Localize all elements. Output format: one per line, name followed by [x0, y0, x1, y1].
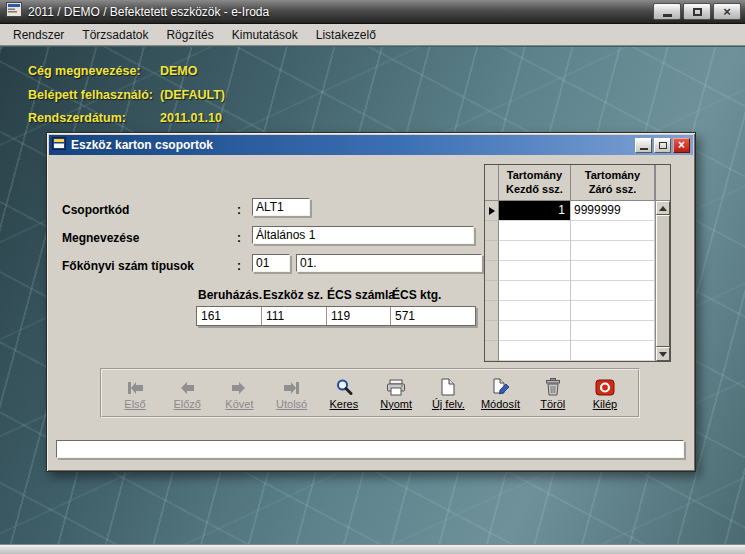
acct-value-ecs-szamla[interactable]: 119: [327, 307, 391, 325]
status-field-wrap: [56, 440, 684, 458]
range-grid: Tartomány Kezdő ssz. Tartomány Záró ssz.…: [484, 164, 671, 362]
menu-kimutatasok[interactable]: Kimutatások: [223, 25, 307, 45]
scrollbar-thumb[interactable]: [656, 215, 670, 347]
table-row-empty[interactable]: [485, 261, 655, 281]
zaro-cell[interactable]: 9999999: [571, 201, 655, 221]
dialog-icon: [52, 136, 66, 154]
user-row: Belépett felhasználó: (DEFAULT): [0, 88, 560, 106]
kezdo-cell[interactable]: [499, 321, 571, 341]
kezdo-cell[interactable]: [499, 301, 571, 321]
exit-button[interactable]: Kilép: [580, 371, 630, 415]
close-button[interactable]: ×: [713, 3, 741, 20]
kezdo-cell[interactable]: [499, 221, 571, 241]
acct-header-ecs-ktg: ÉCS ktg.: [392, 288, 441, 302]
zaro-cell[interactable]: [571, 221, 655, 241]
print-label: Nyomt: [380, 398, 412, 410]
company-row: Cég megnevezése: DEMO: [0, 64, 560, 82]
table-row-empty[interactable]: [485, 221, 655, 241]
scrollbar-header-spacer: [656, 165, 670, 201]
fokonyvi-label: Főkönyvi szám típusok: [62, 259, 194, 273]
zaro-cell[interactable]: [571, 321, 655, 341]
dialog-titlebar[interactable]: Eszköz karton csoportok ×: [49, 135, 693, 155]
dialog-close-icon: ×: [678, 139, 685, 151]
csoportkod-colon: :: [237, 203, 241, 217]
scrollbar-down-button[interactable]: [656, 347, 670, 361]
table-row-empty[interactable]: [485, 301, 655, 321]
window-bottom-border: [0, 544, 745, 554]
last-icon: [282, 377, 302, 396]
csoportkod-input[interactable]: [252, 198, 310, 216]
dialog-body: Csoportkód : Megnevezése : Főkönyvi szám…: [49, 155, 693, 469]
kezdo-cell[interactable]: [499, 241, 571, 261]
kezdo-cell[interactable]: 1: [499, 201, 571, 221]
maximize-button[interactable]: [683, 3, 711, 20]
dialog-close-button[interactable]: ×: [673, 138, 690, 153]
kezdo-cell[interactable]: [499, 261, 571, 281]
system-date-value: 2011.01.10: [160, 111, 222, 125]
close-icon: ×: [723, 5, 731, 18]
row-marker-cell: [485, 341, 499, 361]
table-row-empty[interactable]: [485, 281, 655, 301]
scroll-down-icon: [659, 352, 667, 357]
row-marker-cell: [485, 261, 499, 281]
next-button[interactable]: Követ: [214, 371, 264, 415]
marker-column-header: [485, 165, 499, 201]
zaro-header-line1: Tartomány: [571, 168, 654, 182]
modify-button[interactable]: Módosít: [476, 371, 526, 415]
row-marker-cell: [485, 281, 499, 301]
acct-value-eszkoz[interactable]: 111: [262, 307, 327, 325]
exit-label: Kilép: [593, 398, 617, 410]
menu-listakezelo[interactable]: Listakezelő: [307, 25, 385, 45]
dialog-minimize-button[interactable]: [635, 138, 652, 153]
row-marker-cell: [485, 201, 499, 221]
last-button[interactable]: Utolsó: [267, 371, 317, 415]
zaro-column-header: Tartomány Záró ssz.: [571, 165, 655, 201]
table-row-empty[interactable]: [485, 241, 655, 261]
scroll-up-icon: [659, 206, 667, 211]
acct-value-beruhazas[interactable]: 161: [197, 307, 262, 325]
search-button[interactable]: Keres: [319, 371, 369, 415]
menu-rogzites[interactable]: Rögzítés: [157, 25, 222, 45]
acct-header-ecs-szamla: ÉCS számla: [327, 288, 395, 302]
row-marker-icon: [489, 207, 495, 215]
next-label: Követ: [225, 398, 253, 410]
fokonyvi-name-input[interactable]: [296, 254, 482, 272]
last-label: Utolsó: [276, 398, 307, 410]
window-titlebar: 2011 / DEMO / Befektetett eszközök - e-I…: [0, 0, 745, 24]
table-row-empty[interactable]: [485, 321, 655, 341]
zaro-cell[interactable]: [571, 301, 655, 321]
acct-value-ecs-ktg[interactable]: 571: [391, 307, 475, 325]
table-row-selected[interactable]: 1 9999999: [485, 201, 655, 221]
row-marker-cell: [485, 301, 499, 321]
print-button[interactable]: Nyomt: [371, 371, 421, 415]
fokonyvi-code-input[interactable]: [252, 254, 290, 272]
menu-torzsadatok[interactable]: Törzsadatok: [73, 25, 157, 45]
kezdo-cell[interactable]: [499, 341, 571, 361]
next-icon: [229, 377, 249, 396]
minimize-icon: [663, 14, 672, 17]
asset-groups-dialog: Eszköz karton csoportok × Csoportkód : M…: [46, 132, 696, 472]
company-label: Cég megnevezése:: [28, 64, 141, 78]
first-icon: [125, 377, 145, 396]
table-row-empty[interactable]: [485, 341, 655, 361]
status-input[interactable]: [56, 440, 684, 458]
first-button[interactable]: Első: [110, 371, 160, 415]
zaro-cell[interactable]: [571, 241, 655, 261]
previous-button[interactable]: Előző: [162, 371, 212, 415]
minimize-button[interactable]: [653, 3, 681, 20]
app-icon[interactable]: [6, 2, 22, 21]
zaro-cell[interactable]: [571, 341, 655, 361]
edit-icon: [492, 377, 510, 396]
menu-rendszer[interactable]: Rendszer: [4, 25, 73, 45]
dialog-maximize-button[interactable]: [654, 138, 671, 153]
megnevezese-input[interactable]: [252, 226, 474, 244]
delete-button[interactable]: Töröl: [528, 371, 578, 415]
zaro-cell[interactable]: [571, 281, 655, 301]
kezdo-cell[interactable]: [499, 281, 571, 301]
scrollbar-up-button[interactable]: [656, 201, 670, 215]
user-label: Belépett felhasználó:: [28, 88, 153, 102]
kezdo-header-line1: Tartomány: [499, 168, 570, 182]
previous-label: Előző: [173, 398, 201, 410]
new-record-button[interactable]: Új felv.: [423, 371, 473, 415]
zaro-cell[interactable]: [571, 261, 655, 281]
